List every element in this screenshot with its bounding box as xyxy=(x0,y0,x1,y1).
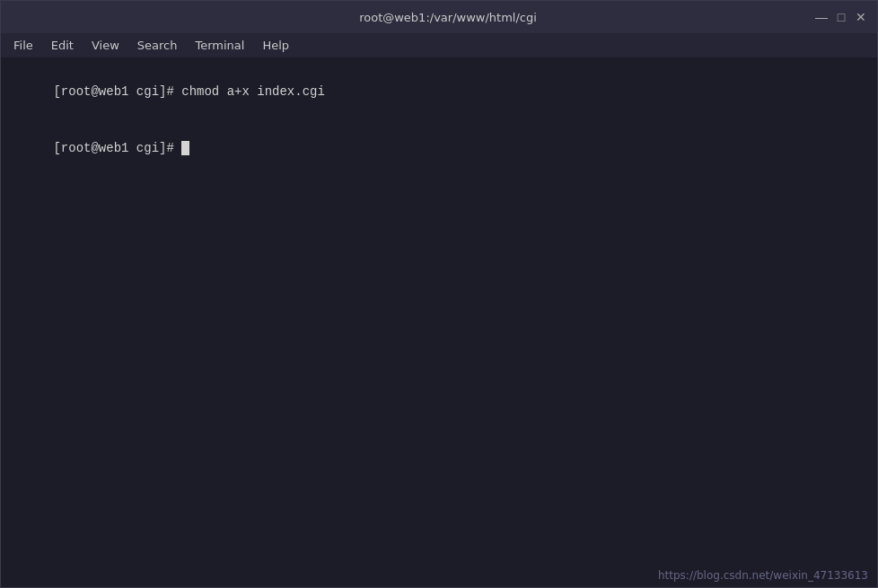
scrollbar-track[interactable] xyxy=(870,58,877,587)
window-controls: — □ ✕ xyxy=(814,10,868,24)
minimize-button[interactable]: — xyxy=(814,10,829,24)
title-bar: root@web1:/var/www/html/cgi — □ ✕ xyxy=(1,1,877,33)
menu-help[interactable]: Help xyxy=(253,37,298,54)
menu-search[interactable]: Search xyxy=(128,37,187,54)
menu-view[interactable]: View xyxy=(83,37,128,54)
maximize-button[interactable]: □ xyxy=(834,10,848,24)
menu-bar: File Edit View Search Terminal Help xyxy=(1,33,877,58)
cursor xyxy=(181,141,189,155)
window-title: root@web1:/var/www/html/cgi xyxy=(82,11,814,24)
terminal-line-2: [root@web1 cgi]# xyxy=(8,120,870,177)
command-1: chmod a+x index.cgi xyxy=(181,84,325,99)
terminal-line-1: [root@web1 cgi]# chmod a+x index.cgi xyxy=(8,64,870,120)
menu-terminal[interactable]: Terminal xyxy=(186,37,253,54)
status-url: https://blog.csdn.net/weixin_47133613 xyxy=(658,569,868,582)
terminal-window: root@web1:/var/www/html/cgi — □ ✕ File E… xyxy=(0,0,878,588)
prompt-1: [root@web1 cgi]# xyxy=(53,84,181,99)
menu-file[interactable]: File xyxy=(4,37,42,54)
close-button[interactable]: ✕ xyxy=(854,10,868,24)
prompt-2: [root@web1 cgi]# xyxy=(53,141,181,155)
status-bar: https://blog.csdn.net/weixin_47133613 xyxy=(658,569,868,582)
menu-edit[interactable]: Edit xyxy=(42,37,83,54)
terminal-body[interactable]: [root@web1 cgi]# chmod a+x index.cgi [ro… xyxy=(1,58,877,587)
